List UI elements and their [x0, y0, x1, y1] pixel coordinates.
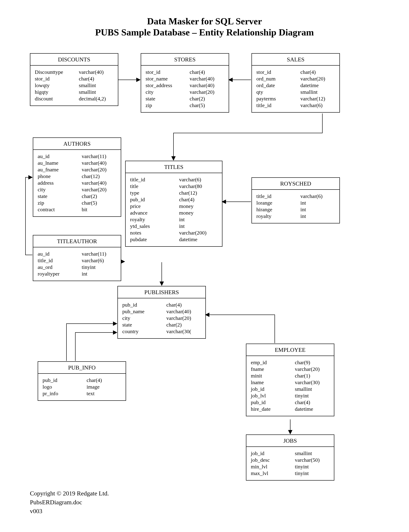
column-name: ytd_sales: [130, 223, 179, 229]
entity-header: JOBS: [246, 435, 334, 447]
edge-pubinfo-publishers: [66, 324, 117, 361]
column-type: smallint: [295, 386, 329, 392]
column-name: stor_id: [256, 69, 300, 75]
column-row: advancemoney: [130, 209, 218, 216]
column-type: varchar(200): [179, 229, 218, 236]
column-name: au_lname: [38, 160, 82, 166]
column-type: varchar(12): [300, 95, 335, 102]
column-name: royalty: [256, 213, 300, 219]
column-type: varchar(6): [179, 176, 218, 183]
column-row: stor_idchar(4): [256, 69, 335, 75]
column-type: char(4): [179, 196, 218, 203]
column-type: char(4): [79, 75, 113, 82]
column-row: au_lnamevarchar(40): [38, 160, 116, 166]
column-row: au_fnamevarchar(20): [38, 166, 116, 173]
column-name: phone: [38, 173, 82, 180]
column-row: max_lvltinyint: [251, 470, 329, 476]
column-name: emp_id: [251, 359, 295, 366]
column-name: notes: [130, 229, 179, 236]
column-row: phonechar(12): [38, 173, 116, 180]
entity-body: stor_idchar(4)stor_namevarchar(40)stor_a…: [141, 66, 229, 112]
entity-jobs: JOBSjob_idsmallintjob_descvarchar(50)min…: [246, 435, 334, 481]
column-row: job_idsmallint: [251, 450, 329, 457]
column-type: int: [179, 223, 218, 229]
column-type: char(5): [190, 102, 224, 109]
column-type: varchar(20): [295, 366, 329, 372]
entity-pubinfo: PUB_INFOpub_idchar(4)logoimagepr_infotex…: [38, 361, 126, 401]
column-name: royaltyper: [38, 270, 82, 277]
column-name: lorange: [256, 200, 300, 206]
column-name: payterms: [256, 95, 300, 102]
column-name: Discounttype: [35, 69, 79, 75]
column-row: countryvarchar(30(: [122, 328, 201, 335]
column-name: min_lvl: [251, 463, 295, 470]
column-name: pr_info: [43, 390, 87, 397]
column-name: au_fname: [38, 166, 82, 173]
footer-filename: PubsERDiagram.doc: [30, 499, 82, 506]
column-name: pub_id: [130, 196, 179, 203]
column-name: zip: [146, 102, 190, 109]
column-type: tinyint: [82, 264, 116, 270]
column-row: qtysmallint: [256, 89, 335, 95]
column-row: logoimage: [43, 383, 121, 390]
footer-copyright: Copyright © 2019 Redgate Ltd.: [30, 490, 109, 497]
column-row: hirangeint: [256, 206, 335, 213]
column-row: emp_idchar(9): [251, 359, 329, 366]
column-row: higqtysmallint: [35, 89, 113, 95]
column-type: varchar(20): [190, 89, 224, 95]
column-type: varchar(11): [82, 153, 116, 160]
column-type: smallint: [79, 89, 113, 95]
column-type: money: [179, 209, 218, 216]
column-name: price: [130, 203, 179, 209]
edge-employee-publishers: [205, 315, 275, 343]
column-type: char(9): [295, 359, 329, 366]
column-name: pubdate: [130, 236, 179, 243]
entity-header: SALES: [252, 54, 339, 66]
column-type: char(2): [166, 322, 201, 328]
column-type: varchar(20): [166, 315, 201, 322]
entity-body: Discounttypevarchar(40)stor_idchar(4)low…: [30, 66, 118, 105]
column-name: job_desc: [251, 457, 295, 463]
column-name: city: [146, 89, 190, 95]
column-row: royaltyint: [130, 216, 218, 223]
column-type: varchar(6): [82, 257, 116, 264]
column-row: au_ordtinyint: [38, 264, 116, 270]
column-type: varchar(30(: [166, 328, 201, 335]
entity-header: TITLEAUTHOR: [33, 235, 121, 247]
column-type: text: [87, 390, 121, 397]
column-type: varchar(40): [190, 75, 224, 82]
column-name: au_id: [38, 250, 82, 257]
column-row: pub_namevarchar(40): [122, 308, 201, 315]
column-type: smallint: [295, 450, 329, 457]
entity-stores: STORESstor_idchar(4)stor_namevarchar(40)…: [141, 53, 229, 113]
column-name: advance: [130, 209, 179, 216]
column-name: zip: [38, 200, 82, 206]
column-name: fname: [251, 366, 295, 372]
column-name: city: [38, 186, 82, 193]
column-type: int: [82, 270, 116, 277]
column-name: stor_address: [146, 82, 190, 89]
entity-roysched: ROYSCHEDtitle_idvarchar(6)lorangeinthira…: [251, 177, 340, 223]
column-name: stor_name: [146, 75, 190, 82]
column-row: min_lvltinyint: [251, 463, 329, 470]
page-title-line1: Data Masker for SQL Server: [0, 16, 409, 27]
column-name: ord_num: [256, 75, 300, 82]
column-name: title_id: [130, 176, 179, 183]
column-row: pubdatedatetime: [130, 236, 218, 243]
column-name: title_id: [38, 257, 82, 264]
entity-body: title_idvarchar(6)titlevarchar(80typecha…: [126, 173, 222, 246]
column-name: country: [122, 328, 166, 335]
column-name: state: [38, 193, 82, 200]
column-row: fnamevarchar(20): [251, 366, 329, 372]
column-name: logo: [43, 383, 87, 390]
column-type: char(4): [295, 399, 329, 406]
column-type: smallint: [300, 89, 335, 95]
entity-publishers: PUBLISHERSpub_idchar(4)pub_namevarchar(4…: [117, 286, 206, 339]
column-name: lowqty: [35, 82, 79, 89]
entity-body: au_idvarchar(11)title_idvarchar(6)au_ord…: [33, 247, 121, 281]
entity-body: pub_idchar(4)logoimagepr_infotext: [38, 374, 126, 400]
edge-titleauthor-authors: [26, 177, 32, 255]
column-row: pr_infotext: [43, 390, 121, 397]
entity-header: PUB_INFO: [38, 362, 126, 374]
column-type: varchar(20): [300, 75, 335, 82]
